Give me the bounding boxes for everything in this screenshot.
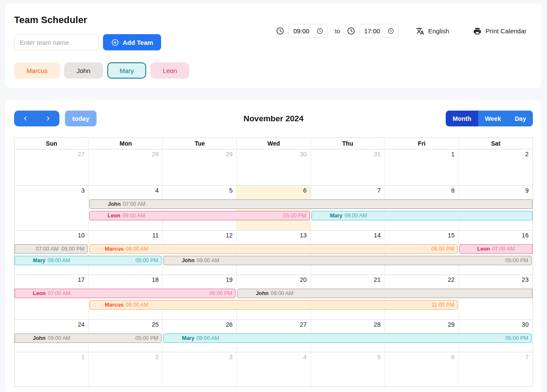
print-calendar-button[interactable]: Print Calendar [473,27,526,35]
view-switcher: MonthWeekDay [446,111,533,126]
event-member-name: John [256,290,269,296]
date-number: 2 [155,354,159,360]
event-bar-john[interactable]: 07:00 AM05:00 PM [15,244,88,254]
event-bar-leon[interactable]: Leon09:00 AM05:00 PM [89,211,309,220]
event-bar-marcus[interactable]: Marcus09:00 AM11:00 PM [89,300,458,310]
date-number: 28 [374,321,381,328]
date-number: 2 [525,151,529,158]
date-number: 31 [374,151,381,158]
day-cell[interactable]: 1 [15,352,88,386]
event-start-time: 09:00 AM [126,246,148,252]
day-cell[interactable]: 31 [311,149,385,185]
weekday-header: Fri [385,138,459,149]
today-button[interactable]: today [65,111,97,126]
date-number: 23 [522,276,529,283]
team-chip-mary[interactable]: Mary [107,62,146,79]
print-label: Print Calendar [485,27,526,35]
event-member-name: Leon [33,290,46,296]
event-start-time: 09:00 AM [271,290,294,296]
language-button[interactable]: English [416,27,449,35]
event-bar-john[interactable]: John09:00 AM05:00 PM [163,256,532,265]
add-team-label: Add Team [123,39,153,46]
event-bar-mary[interactable]: Mary09:00 AM [312,211,532,220]
day-cell[interactable]: 30 [236,149,310,185]
date-number: 30 [300,151,306,158]
event-start-time: 09:00 AM [344,213,367,219]
clock-icon [347,27,355,35]
date-number: 6 [451,354,455,360]
date-number: 27 [78,151,85,158]
event-bar-mary[interactable]: Mary09:00 AM05:00 PM [15,256,162,265]
day-cell[interactable]: 2 [88,352,162,386]
event-bar-leon[interactable]: Leon07:00 AM [459,244,532,254]
event-end-time: 05:00 PM [431,246,454,252]
team-chip-marcus[interactable]: Marcus [14,62,60,79]
date-number: 1 [451,151,455,158]
day-cell[interactable]: 28 [88,149,162,185]
date-number: 10 [78,232,85,239]
day-cell[interactable]: 29 [162,149,236,185]
team-chip-leon[interactable]: Leon [150,62,189,79]
view-week-button[interactable]: Week [478,111,508,126]
date-number: 14 [374,232,381,239]
weekday-header: Sun [15,138,88,149]
weekday-header: Sat [459,138,532,149]
event-start-time: 09:00 AM [48,335,71,341]
event-bar-john[interactable]: John09:00 AM [237,289,532,298]
day-cell[interactable]: 27 [15,149,88,185]
event-member-name: John [182,257,194,263]
view-month-button[interactable]: Month [446,111,478,126]
date-number: 6 [303,187,306,194]
day-cell[interactable]: 3 [162,352,236,386]
clock-icon [388,28,394,34]
weekday-header: Tue [162,138,236,149]
weeks-container: 2728293031123456789John07:00 AMLeon09:00… [15,149,532,386]
date-number: 19 [226,276,232,283]
end-time-input[interactable]: 17:00 [359,24,399,38]
week-row: 1234567 [15,352,532,386]
event-member-name: Leon [477,246,490,252]
day-cell[interactable]: 5 [311,352,385,386]
view-day-button[interactable]: Day [508,111,533,126]
event-end-time: 05:00 PM [283,213,306,219]
date-number: 9 [525,187,529,194]
date-number: 8 [451,187,455,194]
nav-group [14,111,59,126]
clock-icon [317,28,323,34]
event-bar-marcus[interactable]: Marcus09:00 AM05:00 PM [89,244,458,254]
calendar-title: November 2024 [244,114,303,123]
team-name-input[interactable] [14,34,99,50]
day-cell[interactable]: 6 [385,352,459,386]
event-bar-john[interactable]: John07:00 AM [89,199,532,209]
calendar-grid: SunMonTueWedThuFriSat 272829303112345678… [14,137,533,387]
day-cell[interactable]: 3 [15,186,88,230]
day-cell[interactable]: 4 [236,352,310,386]
add-team-button[interactable]: Add Team [103,34,161,50]
date-number: 4 [303,354,306,360]
event-member-name: Mary [33,257,45,263]
day-cell[interactable]: 7 [459,352,532,386]
event-bar-leon[interactable]: Leon07:00 AM05:00 PM [15,289,235,298]
weekday-header: Mon [88,138,162,149]
date-number: 5 [229,187,232,194]
date-number: 16 [522,232,529,239]
team-chip-john[interactable]: John [64,62,103,79]
event-member-name: John [108,201,121,207]
event-bar-mary[interactable]: Mary09:00 AM05:00 PM [163,333,532,343]
event-bar-john[interactable]: John09:00 AM05:00 PM [15,333,162,343]
day-cell[interactable]: 1 [385,149,459,185]
date-number: 7 [525,354,529,360]
weekday-header-row: SunMonTueWedThuFriSat [15,138,532,149]
start-time-input[interactable]: 09:00 [288,24,328,38]
prev-month-button[interactable] [14,111,37,126]
date-number: 3 [229,354,232,360]
week-row: 24252627282930John09:00 AM05:00 PMMary09… [15,320,532,352]
date-number: 5 [377,354,381,360]
event-end-time: 05:00 PM [505,335,528,341]
plus-circle-icon [111,38,119,47]
event-start-time: 09:00 AM [123,213,145,219]
day-cell[interactable]: 2 [459,149,532,185]
date-number: 22 [448,276,455,283]
next-month-button[interactable] [37,111,59,126]
event-member-name: Mary [182,335,194,341]
